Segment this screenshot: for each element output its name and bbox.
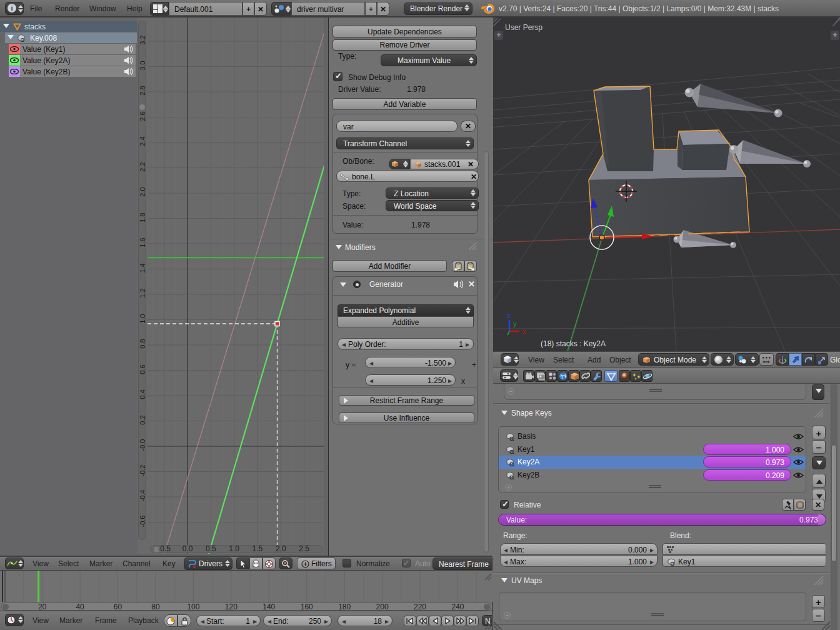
svg-text:y: y bbox=[513, 320, 517, 328]
svg-text:z: z bbox=[507, 312, 511, 319]
svg-text:x: x bbox=[522, 328, 526, 335]
